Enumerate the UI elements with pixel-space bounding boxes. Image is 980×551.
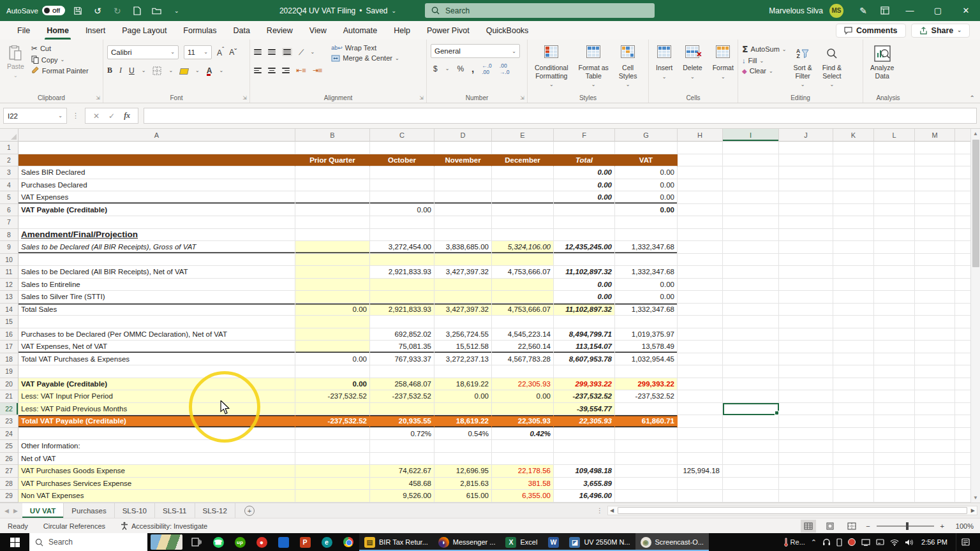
cell-F8[interactable]	[554, 229, 615, 242]
cell-J18[interactable]	[779, 353, 833, 366]
ribbon-tab-view[interactable]: View	[301, 21, 335, 40]
cell-A12[interactable]: Sales to Entireline	[19, 279, 295, 291]
ribbon-tab-power-pivot[interactable]: Power Pivot	[419, 21, 478, 40]
cell-L1[interactable]	[874, 142, 915, 154]
cell-B28[interactable]	[295, 478, 370, 490]
column-header-K[interactable]: K	[833, 129, 874, 142]
cell-M28[interactable]	[915, 478, 955, 490]
cell-K24[interactable]	[833, 428, 874, 441]
cell-L11[interactable]	[874, 266, 915, 279]
cell-D28[interactable]: 2,815.63	[434, 478, 492, 490]
cell-A4[interactable]: Purchases Declared	[19, 179, 295, 192]
scroll-left-arrow[interactable]: ◀	[608, 508, 616, 513]
cell-E15[interactable]	[492, 316, 554, 328]
cell-F15[interactable]	[554, 316, 615, 328]
autosave-toggle[interactable]: AutoSave Off	[6, 6, 65, 15]
cell-D14[interactable]: 3,427,397.32	[434, 304, 492, 316]
cell-D12[interactable]	[434, 279, 492, 291]
cell-I21[interactable]	[723, 390, 779, 403]
cell-E6[interactable]	[492, 204, 554, 217]
cell-B29[interactable]	[295, 490, 370, 503]
cell-F9[interactable]: 12,435,245.00	[554, 241, 615, 254]
cell-J22[interactable]	[779, 403, 833, 416]
number-format-select[interactable]: General⌄	[431, 44, 520, 58]
cell-J8[interactable]	[779, 229, 833, 242]
cell-E10[interactable]	[492, 254, 554, 267]
cell-F17[interactable]: 113,154.07	[554, 341, 615, 353]
cell-H16[interactable]	[678, 328, 723, 341]
cell-L2[interactable]	[874, 154, 915, 167]
cell-K13[interactable]	[833, 291, 874, 304]
cell-D25[interactable]	[434, 440, 492, 453]
cell-K22[interactable]	[833, 403, 874, 416]
save-button[interactable]	[71, 4, 85, 18]
select-all-corner[interactable]	[0, 129, 19, 142]
cell-D11[interactable]: 3,427,397.32	[434, 266, 492, 279]
cell-J4[interactable]	[779, 179, 833, 192]
taskbar-icon-chrome[interactable]	[338, 533, 359, 551]
taskbar-icon-whatsapp[interactable]: ☎	[207, 533, 229, 551]
cell-C10[interactable]	[370, 254, 434, 267]
font-size-select[interactable]: 11⌄	[184, 45, 212, 59]
cell-B4[interactable]	[295, 179, 370, 192]
taskbar-search-input[interactable]: Search	[29, 533, 147, 551]
formula-input[interactable]	[144, 108, 977, 124]
cell-C21[interactable]: -237,532.52	[370, 390, 434, 403]
cell-B12[interactable]	[295, 279, 370, 291]
cell-C9[interactable]: 3,272,454.00	[370, 241, 434, 254]
cell-E11[interactable]: 4,753,666.07	[492, 266, 554, 279]
cell-J2[interactable]	[779, 154, 833, 167]
cell-G12[interactable]: 0.00	[615, 279, 678, 291]
cell-A27[interactable]: VAT Purchases Goods Expense	[19, 465, 295, 478]
cell-J25[interactable]	[779, 440, 833, 453]
cell-K28[interactable]	[833, 478, 874, 490]
row-header-6[interactable]: 6	[0, 204, 19, 217]
increase-indent-button[interactable]: ⇥≡	[313, 66, 323, 75]
cell-A21[interactable]: Less: VAT Input Prior Period	[19, 390, 295, 403]
cell-C15[interactable]	[370, 316, 434, 328]
column-header-M[interactable]: M	[915, 129, 955, 142]
row-header-15[interactable]: 15	[0, 316, 19, 328]
cell-E5[interactable]	[492, 191, 554, 204]
taskbar-app-uv-2550m-window[interactable]: ◪UV 2550M N...	[564, 533, 635, 551]
recording-status-icon[interactable]	[848, 538, 856, 546]
row-header-25[interactable]: 25	[0, 440, 19, 453]
cell-I6[interactable]	[723, 204, 779, 217]
ribbon-tab-data[interactable]: Data	[225, 21, 258, 40]
accessibility-status[interactable]: Accessibility: Investigate	[113, 522, 215, 530]
cell-E27[interactable]: 22,178.56	[492, 465, 554, 478]
clipboard-dialog-launcher[interactable]: ⇲	[96, 95, 100, 101]
cell-G13[interactable]: 0.00	[615, 291, 678, 304]
cell-D10[interactable]	[434, 254, 492, 267]
ribbon-tab-quickbooks[interactable]: QuickBooks	[478, 21, 537, 40]
sheet-nav-right[interactable]: ▶	[13, 508, 22, 514]
redo-button[interactable]: ↻	[110, 4, 124, 18]
cell-L19[interactable]	[874, 365, 915, 378]
enter-entry-button[interactable]: ✓	[108, 112, 115, 121]
cell-B22[interactable]	[295, 403, 370, 416]
row-header-5[interactable]: 5	[0, 191, 19, 204]
cell-G5[interactable]: 0.00	[615, 191, 678, 204]
row-header-10[interactable]: 10	[0, 254, 19, 267]
cell-A18[interactable]: Total VAT Purchases & Expenses	[19, 353, 295, 366]
ribbon-tab-help[interactable]: Help	[385, 21, 419, 40]
cell-G11[interactable]: 1,332,347.68	[615, 266, 678, 279]
cell-A24[interactable]	[19, 428, 295, 441]
cell-K18[interactable]	[833, 353, 874, 366]
new-sheet-button[interactable]: +	[244, 506, 255, 516]
cell-I18[interactable]	[723, 353, 779, 366]
cell-K27[interactable]	[833, 465, 874, 478]
autosum-button[interactable]: ΣAutoSum⌄	[742, 44, 787, 54]
cell-I5[interactable]	[723, 191, 779, 204]
cell-F11[interactable]: 11,102,897.32	[554, 266, 615, 279]
cell-F29[interactable]: 16,496.00	[554, 490, 615, 503]
cell-D7[interactable]	[434, 216, 492, 229]
cell-J24[interactable]	[779, 428, 833, 441]
row-header-9[interactable]: 9	[0, 241, 19, 254]
cell-M19[interactable]	[915, 365, 955, 378]
paste-button[interactable]: Paste ⌄	[4, 43, 27, 92]
cell-H27[interactable]: 125,994.18	[678, 465, 723, 478]
cell-G25[interactable]	[615, 440, 678, 453]
cell-H18[interactable]	[678, 353, 723, 366]
cell-H15[interactable]	[678, 316, 723, 328]
